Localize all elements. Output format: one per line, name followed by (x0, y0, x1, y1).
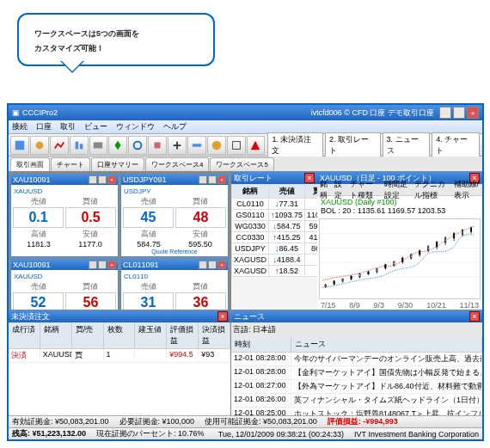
tool-icon[interactable] (10, 136, 29, 155)
quote-box[interactable]: CL011091_□× CL0110 売値買値 3136 高値安値 77.507… (120, 259, 229, 310)
svg-rect-29 (385, 265, 386, 268)
quicktab-2[interactable]: 2. 取引レート (325, 132, 381, 158)
rate-chart-panel: 取引レート × 銘柄売値買値 CL0110↓77.31GS0110↑1093.7… (231, 172, 482, 310)
orders-panel: 未決済注文 × 成行済銘柄買/売枚数建玉値評価損益決済損益 決済XAUUSD買1… (9, 310, 230, 415)
rate-row[interactable]: XAGUSD↓4188.4 (232, 255, 318, 266)
menu-help[interactable]: ヘルプ (163, 121, 187, 132)
close-icon[interactable]: × (469, 311, 480, 322)
app-icon: ▣ (12, 108, 20, 117)
rate-row[interactable]: WG0330↓584.75595.50 (232, 221, 318, 232)
svg-rect-0 (15, 140, 25, 150)
svg-rect-27 (377, 269, 377, 272)
svg-rect-45 (453, 234, 454, 238)
tool-icon[interactable] (70, 136, 89, 155)
svg-rect-33 (402, 258, 403, 261)
svg-point-1 (35, 141, 43, 149)
svg-rect-7 (193, 144, 202, 147)
tool-icon[interactable] (148, 136, 167, 155)
tool-icon[interactable] (187, 136, 206, 155)
quicktab-3[interactable]: 3. ニュース (383, 132, 431, 158)
tool-icon[interactable] (128, 136, 147, 155)
news-panel: ニュース × 言語: 日本語 時刻 ニュース 12-01 08:28:00今年の… (231, 310, 482, 415)
svg-rect-43 (444, 238, 445, 242)
news-row[interactable]: 12-01 08:25:00ホットストック：塩野義8148067.T＞上昇、抗イ… (231, 408, 482, 415)
svg-rect-47 (462, 230, 462, 235)
news-columns: 時刻 ニュース (231, 337, 482, 353)
news-row[interactable]: 12-01 08:28:00【金利マーケットアイ】国債先物は小幅反発で始まる、一… (231, 366, 482, 380)
statusbar-1: 有効証拠金: ¥50,083,201.00 必要証拠金: ¥100,000 使用… (9, 415, 482, 427)
svg-rect-35 (411, 255, 412, 258)
news-row[interactable]: 12-01 08:28:00今年のサイバーマンデーのオンライン販売上高、過去最高… (231, 353, 482, 366)
chart-canvas[interactable] (319, 218, 481, 299)
quicktab-1[interactable]: 1. 未決済注文 (267, 132, 323, 158)
svg-rect-31 (394, 261, 395, 265)
rate-row[interactable]: XAGUSD↑18.52 (232, 266, 318, 277)
svg-rect-2 (75, 141, 78, 149)
news-list[interactable]: 12-01 08:28:00今年のサイバーマンデーのオンライン販売上高、過去最高… (231, 353, 482, 415)
news-row[interactable]: 12-01 08:26:00英フィナンシャル・タイムズ紙ヘッドライン（1日付） (231, 394, 482, 408)
workspace-quicktabs: 1. 未決済注文 2. 取引レート 3. ニュース 4. チャート (266, 132, 481, 159)
rate-row[interactable]: USDJPY↓86.4586.48 (232, 243, 318, 255)
svg-rect-21 (351, 276, 352, 279)
statusbar-2: 残高: ¥51,223,132.00 現在証拠のパーセント: 10.76% Tu… (9, 427, 482, 439)
svg-rect-17 (334, 281, 334, 284)
svg-rect-4 (94, 142, 103, 148)
svg-rect-25 (368, 272, 369, 274)
orders-list[interactable]: 決済XAUUSD買1¥994.5¥93 (9, 349, 230, 415)
orders-header: 未決済注文 × (9, 310, 230, 322)
quotes-panel: XAU10091_□× XAUUSD 売値買値 0.10.5 高値安値 1181… (9, 172, 230, 310)
menu-window[interactable]: ウィンドウ (116, 121, 155, 132)
svg-rect-9 (232, 141, 240, 149)
rate-row[interactable]: CL0110↓77.31 (232, 199, 318, 210)
svg-rect-41 (437, 242, 438, 247)
svg-point-8 (211, 140, 221, 150)
x-axis: 7/158/99/39/3010/2111/13 (317, 301, 482, 310)
workspace: XAU10091_□× XAUUSD 売値買値 0.10.5 高値安値 1181… (9, 172, 482, 415)
minimize-button[interactable]: _ (439, 107, 451, 119)
quote-box[interactable]: USDJPY091_□× USDJPY 売値買値 4548 高値安値 584.7… (120, 174, 229, 257)
svg-rect-6 (155, 142, 161, 148)
tab-ws4[interactable]: ワークスペース4 (145, 157, 209, 171)
news-lang: 言語: 日本語 (231, 322, 482, 337)
tool-icon[interactable] (168, 136, 187, 155)
tool-icon[interactable] (247, 136, 266, 155)
chart-toolbar: 銘柄 設定 チャート種類 時間足設定 テクニカル指標 補助線/表示 (317, 184, 482, 196)
menu-trade[interactable]: 取引 (60, 121, 76, 132)
tab-trade[interactable]: 取引画面 (10, 157, 50, 171)
maximize-button[interactable]: □ (453, 107, 465, 119)
svg-rect-15 (325, 285, 326, 287)
rate-header: 取引レート × (231, 172, 317, 184)
close-icon[interactable]: × (304, 173, 315, 183)
menu-connect[interactable]: 接続 (12, 121, 28, 132)
tool-icon[interactable] (30, 136, 49, 155)
svg-rect-23 (359, 274, 360, 277)
close-button[interactable]: × (467, 107, 479, 119)
menu-view[interactable]: ビュー (84, 121, 107, 132)
menu-account[interactable]: 口座 (36, 121, 52, 132)
svg-rect-3 (79, 144, 83, 149)
tab-ws5[interactable]: ワークスペース5 (210, 157, 273, 171)
tool-icon[interactable] (89, 136, 108, 155)
order-row[interactable]: 決済XAUUSD買1¥994.5¥93 (9, 349, 230, 363)
quote-box[interactable]: XAU10091_□× XAUUSD 売値買値 5256 高値安値 18.111… (10, 259, 119, 310)
app-window: ▣CCCIPro2 ivtcfd006 © CFD 口座 デモ取引口座 _ □ … (7, 103, 484, 441)
orders-columns: 成行済銘柄買/売枚数建玉値評価損益決済損益 (9, 322, 230, 349)
close-icon[interactable]: × (217, 311, 228, 322)
tool-icon[interactable] (108, 136, 127, 155)
svg-rect-39 (428, 247, 429, 250)
rate-row[interactable]: GS0110↑1093.751102.25 (232, 210, 318, 221)
news-row[interactable]: 12-01 08:27:00【外為マーケットアイ】ドル86.40付近、材料難で動… (231, 380, 482, 394)
tab-summary[interactable]: 口座サマリー (91, 157, 144, 171)
tool-icon[interactable] (50, 136, 69, 155)
news-lang-label: 言語: 日本語 (233, 324, 276, 335)
tab-chart[interactable]: チャート (51, 157, 90, 171)
tool-icon[interactable] (207, 136, 226, 155)
workspace-tabs: 取引画面 チャート 口座サマリー ワークスペース4 ワークスペース5 (9, 156, 482, 172)
quicktab-4[interactable]: 4. チャート (432, 132, 480, 158)
rate-row[interactable]: CC0330↑415.25416.35 (232, 232, 318, 243)
quote-box[interactable]: XAU10091_□× XAUUSD 売値買値 0.10.5 高値安値 1181… (10, 174, 119, 257)
rate-table[interactable]: 銘柄売値買値 CL0110↓77.31GS0110↑1093.751102.25… (231, 184, 317, 277)
news-header: ニュース × (231, 310, 482, 322)
titlebar: ▣CCCIPro2 ivtcfd006 © CFD 口座 デモ取引口座 _ □ … (9, 105, 482, 120)
tool-icon[interactable] (227, 136, 246, 155)
